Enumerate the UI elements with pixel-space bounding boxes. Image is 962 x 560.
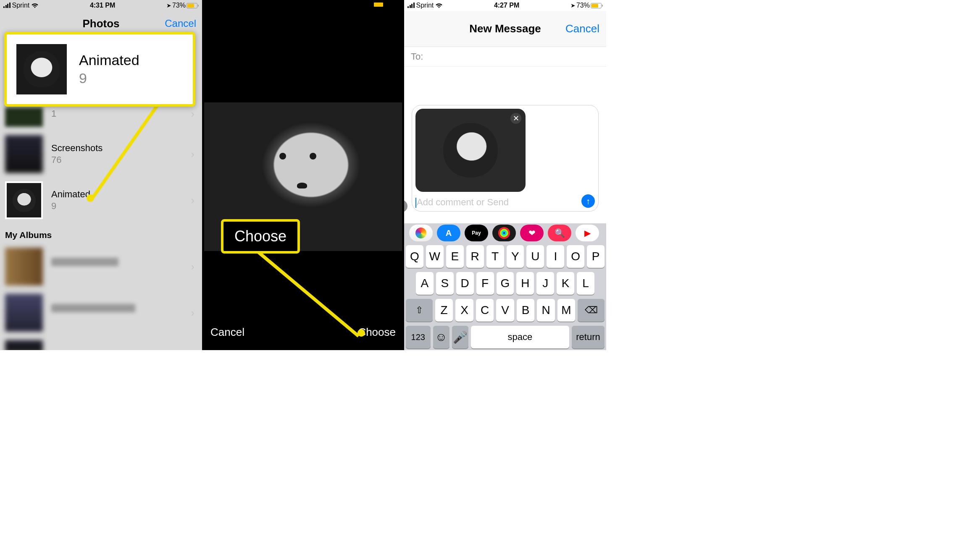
key-a[interactable]: A bbox=[416, 272, 434, 295]
battery-icon bbox=[187, 3, 199, 8]
location-icon: ➤ bbox=[570, 2, 576, 9]
key-j[interactable]: J bbox=[536, 272, 554, 295]
key-b[interactable]: B bbox=[517, 299, 535, 322]
key-o[interactable]: O bbox=[567, 245, 584, 268]
chevron-right-icon: › bbox=[188, 107, 197, 120]
chevron-right-icon: › bbox=[188, 306, 197, 319]
keyboard-row-1: Q W E R T Y U I O P bbox=[406, 245, 605, 268]
keyboard-row-2: A S D F G H J K L bbox=[406, 272, 605, 295]
key-return[interactable]: return bbox=[572, 326, 605, 348]
album-thumbnail bbox=[5, 294, 43, 332]
shift-icon: ⇧ bbox=[415, 305, 423, 316]
key-emoji[interactable]: ☺ bbox=[433, 326, 449, 348]
key-n[interactable]: N bbox=[537, 299, 555, 322]
status-time: 4:27 PM bbox=[494, 2, 519, 9]
album-thumbnail bbox=[5, 340, 43, 350]
status-bar: Sprint 4:27 PM ➤ 73% bbox=[404, 0, 606, 11]
key-e[interactable]: E bbox=[446, 245, 464, 268]
key-c[interactable]: C bbox=[476, 299, 494, 322]
album-thumbnail bbox=[5, 248, 43, 285]
keyboard-row-3: ⇧ Z X C V B N M ⌫ bbox=[406, 299, 605, 322]
key-y[interactable]: Y bbox=[507, 245, 524, 268]
key-w[interactable]: W bbox=[426, 245, 444, 268]
album-name bbox=[51, 304, 135, 312]
album-name bbox=[51, 258, 118, 266]
cancel-button[interactable]: Cancel bbox=[165, 18, 196, 29]
app-youtube-icon[interactable]: ▶ bbox=[576, 225, 599, 241]
callout-animated-album: Animated 9 bbox=[4, 32, 195, 107]
app-fitness-icon[interactable] bbox=[492, 225, 516, 241]
key-z[interactable]: Z bbox=[435, 299, 453, 322]
app-images-icon[interactable]: 🔍 bbox=[548, 225, 571, 241]
callout-dot bbox=[357, 329, 365, 337]
key-r[interactable]: R bbox=[466, 245, 484, 268]
key-d[interactable]: D bbox=[456, 272, 474, 295]
key-s[interactable]: S bbox=[436, 272, 454, 295]
album-row-screenshots[interactable]: Screenshots 76 › bbox=[0, 131, 202, 177]
album-count: 9 bbox=[51, 201, 188, 212]
key-t[interactable]: T bbox=[486, 245, 504, 268]
album-row[interactable]: › bbox=[0, 290, 202, 336]
battery-pct: 73% bbox=[576, 2, 590, 9]
album-thumbnail bbox=[5, 135, 43, 173]
cancel-button[interactable]: Cancel bbox=[565, 22, 599, 35]
chevron-right-icon: › bbox=[188, 194, 197, 207]
key-u[interactable]: U bbox=[526, 245, 544, 268]
keyboard-row-4: 123 ☺ 🎤 space return bbox=[406, 326, 605, 348]
location-icon: ➤ bbox=[166, 2, 171, 9]
album-count: 1 bbox=[51, 108, 188, 119]
key-k[interactable]: K bbox=[557, 272, 574, 295]
to-field[interactable]: To: bbox=[404, 47, 606, 67]
key-m[interactable]: M bbox=[557, 299, 576, 322]
album-row[interactable]: › bbox=[0, 243, 202, 290]
screen-new-message: Sprint 4:27 PM ➤ 73% New Message Cancel … bbox=[404, 0, 606, 350]
app-photos-icon[interactable] bbox=[409, 225, 433, 241]
key-123[interactable]: 123 bbox=[406, 326, 431, 348]
wifi-icon bbox=[435, 3, 443, 8]
carrier-label: Sprint bbox=[416, 2, 434, 9]
choose-label: Choose bbox=[234, 228, 286, 245]
signal-icon bbox=[407, 3, 415, 8]
app-applepay-icon[interactable]: Pay bbox=[465, 225, 488, 241]
key-shift[interactable]: ⇧ bbox=[406, 299, 433, 322]
key-i[interactable]: I bbox=[547, 245, 564, 268]
battery-icon bbox=[591, 3, 603, 8]
message-input[interactable]: Add comment or Send bbox=[415, 197, 595, 208]
send-button[interactable]: ↑ bbox=[581, 194, 595, 208]
key-h[interactable]: H bbox=[516, 272, 534, 295]
key-x[interactable]: X bbox=[455, 299, 473, 322]
album-row[interactable]: 1 › bbox=[0, 107, 202, 131]
screen-photos-albums: Sprint 4:31 PM ➤ 73% Photos Cancel Anima… bbox=[0, 0, 202, 350]
key-v[interactable]: V bbox=[496, 299, 514, 322]
app-appstore-icon[interactable]: A bbox=[437, 225, 460, 241]
status-bar: Sprint 4:31 PM ➤ 73% bbox=[0, 0, 202, 11]
attached-image[interactable]: ✕ bbox=[415, 109, 526, 192]
battery-icon bbox=[374, 3, 383, 7]
key-q[interactable]: Q bbox=[406, 245, 423, 268]
callout-dot bbox=[87, 194, 94, 202]
app-heart-icon[interactable]: ❤ bbox=[520, 225, 544, 241]
key-backspace[interactable]: ⌫ bbox=[578, 299, 605, 322]
album-count bbox=[51, 315, 68, 322]
key-g[interactable]: G bbox=[497, 272, 514, 295]
album-name: Animated bbox=[51, 189, 188, 200]
key-f[interactable]: F bbox=[476, 272, 494, 295]
imessage-apps-row: A Pay ❤ 🔍 ▶ bbox=[404, 223, 606, 243]
albums-list: 1 › Screenshots 76 › Animated 9 › My Alb… bbox=[0, 107, 202, 350]
signal-icon bbox=[3, 3, 11, 8]
album-count bbox=[51, 269, 68, 275]
to-label: To: bbox=[411, 51, 423, 62]
key-space[interactable]: space bbox=[471, 326, 569, 348]
mic-icon: 🎤 bbox=[453, 330, 468, 344]
key-mic[interactable]: 🎤 bbox=[452, 326, 468, 348]
status-bar bbox=[202, 0, 404, 11]
album-thumbnail bbox=[5, 107, 43, 127]
key-p[interactable]: P bbox=[587, 245, 605, 268]
album-name: Screenshots bbox=[51, 143, 188, 154]
remove-attachment-button[interactable]: ✕ bbox=[510, 113, 521, 124]
wifi-icon bbox=[31, 3, 39, 8]
album-row[interactable] bbox=[0, 336, 202, 350]
cancel-button[interactable]: Cancel bbox=[210, 326, 244, 339]
expand-button[interactable]: › bbox=[404, 200, 407, 212]
key-l[interactable]: L bbox=[577, 272, 594, 295]
